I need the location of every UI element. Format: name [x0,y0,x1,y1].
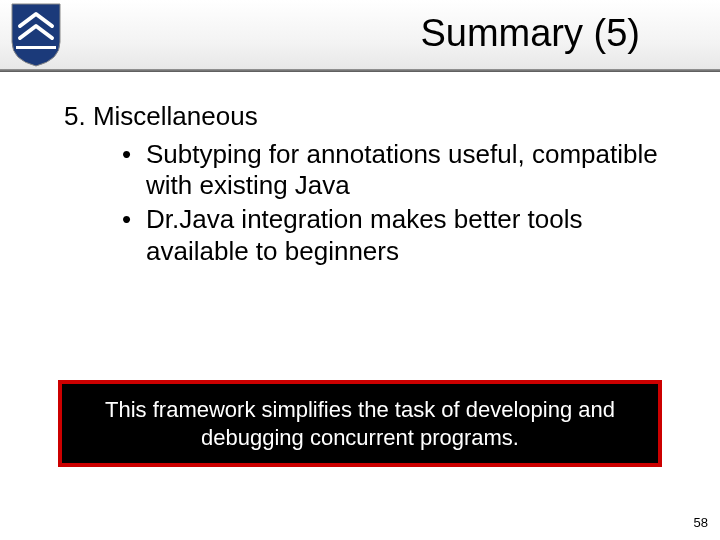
svg-rect-0 [16,46,56,49]
bullet-icon: • [122,204,146,267]
list-heading: Miscellaneous [93,101,258,131]
callout-box: This framework simplifies the task of de… [58,380,662,467]
list-item: • Dr.Java integration makes better tools… [122,204,670,267]
page-number: 58 [694,515,708,530]
slide-content: 5. Miscellaneous • Subtyping for annotat… [0,72,720,267]
shield-logo-icon [10,2,62,68]
header-divider [0,69,720,72]
bullet-icon: • [122,139,146,202]
bullet-list: • Subtyping for annotations useful, comp… [122,139,670,268]
slide-title: Summary (5) [420,12,640,55]
callout-text: This framework simplifies the task of de… [105,397,615,450]
list-number: 5. [64,100,86,133]
bullet-text: Subtyping for annotations useful, compat… [146,139,670,202]
slide-header: Summary (5) [0,0,720,72]
list-item: • Subtyping for annotations useful, comp… [122,139,670,202]
list-heading-row: 5. Miscellaneous [64,100,670,133]
bullet-text: Dr.Java integration makes better tools a… [146,204,670,267]
